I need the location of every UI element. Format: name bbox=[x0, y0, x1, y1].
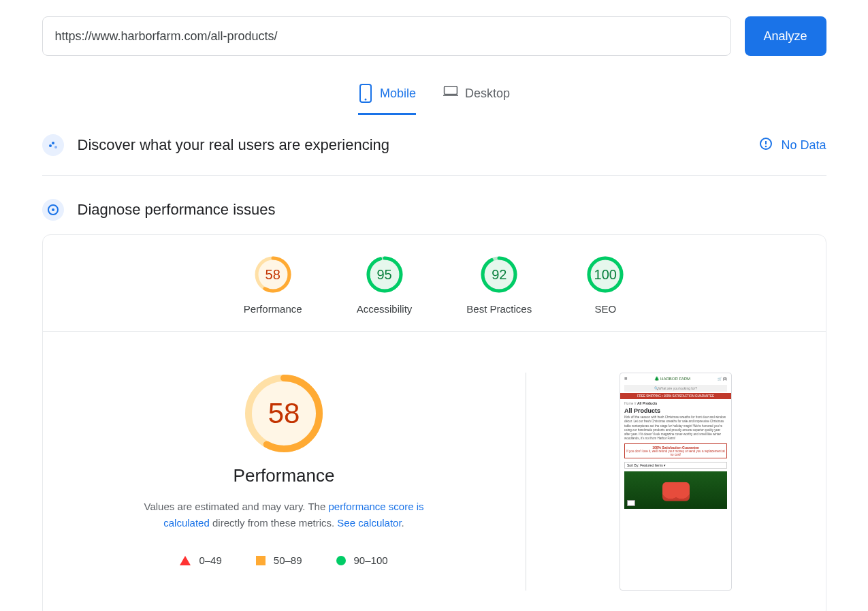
envelope-icon bbox=[627, 500, 635, 506]
mobile-icon bbox=[358, 83, 373, 104]
shop-logo: 🌲 HARBOR FARM bbox=[654, 376, 690, 381]
legend-fail: 0–49 bbox=[180, 554, 221, 566]
gauge-score: 100 bbox=[586, 255, 624, 294]
guarantee-box: 100% Satisfaction Guarantee If you don't… bbox=[624, 443, 727, 458]
url-entry-row: Analyze bbox=[42, 0, 826, 56]
page-heading: All Products bbox=[620, 407, 731, 416]
svg-rect-2 bbox=[445, 87, 457, 95]
gauge-label: Performance bbox=[244, 303, 302, 315]
url-input[interactable] bbox=[42, 16, 731, 56]
svg-point-4 bbox=[49, 144, 52, 147]
no-data-link[interactable]: No Data bbox=[759, 137, 826, 154]
gauge-ring: 95 bbox=[366, 255, 404, 294]
page-screenshot: ☰ 🌲 HARBOR FARM 🛒 (0) 🔍 What are you loo… bbox=[620, 373, 732, 591]
product-image bbox=[624, 471, 727, 509]
tab-mobile[interactable]: Mobile bbox=[358, 76, 416, 115]
gauge-ring: 100 bbox=[586, 255, 624, 294]
circle-icon bbox=[336, 556, 346, 565]
no-data-label: No Data bbox=[781, 138, 826, 153]
performance-detail: 58 Performance Values are estimated and … bbox=[43, 332, 826, 611]
calc-link-2[interactable]: See calculator bbox=[337, 517, 401, 529]
hamburger-icon: ☰ bbox=[624, 377, 627, 381]
svg-point-11 bbox=[52, 208, 54, 211]
gauge-label: SEO bbox=[594, 303, 616, 315]
score-legend: 0–49 50–89 90–100 bbox=[180, 554, 387, 566]
gauge-score: 58 bbox=[254, 255, 292, 294]
gauge-best-practices[interactable]: 92 Best Practices bbox=[466, 255, 532, 315]
legend-average: 50–89 bbox=[256, 554, 302, 566]
tab-mobile-label: Mobile bbox=[380, 87, 416, 101]
cart-icon: 🛒 (0) bbox=[718, 377, 727, 381]
svg-point-9 bbox=[765, 145, 767, 147]
discover-title: Discover what your real users are experi… bbox=[78, 136, 760, 154]
diagnose-icon bbox=[42, 199, 64, 221]
info-icon bbox=[759, 137, 773, 154]
gauge-ring: 92 bbox=[480, 255, 518, 294]
promo-banner: FREE SHIPPING • 100% SATISFACTION GUARAN… bbox=[620, 393, 731, 399]
shop-search: 🔍 What are you looking for? bbox=[624, 385, 727, 392]
users-icon bbox=[42, 134, 64, 156]
performance-description: Values are estimated and may vary. The p… bbox=[120, 499, 447, 531]
gauge-seo[interactable]: 100 SEO bbox=[586, 255, 624, 315]
tab-desktop[interactable]: Desktop bbox=[443, 76, 510, 115]
tab-desktop-label: Desktop bbox=[465, 87, 510, 101]
sort-dropdown: Sort By: Featured Items ▾ bbox=[624, 462, 727, 469]
triangle-icon bbox=[180, 556, 191, 565]
gauge-label: Best Practices bbox=[466, 303, 532, 315]
performance-summary: 58 Performance Values are estimated and … bbox=[70, 373, 526, 591]
device-tabs: Mobile Desktop bbox=[42, 76, 826, 115]
gauges-row: 58 Performance 95 Accessibility 92 Best … bbox=[43, 235, 826, 332]
analyze-button[interactable]: Analyze bbox=[745, 16, 826, 56]
diagnose-title: Diagnose performance issues bbox=[78, 201, 826, 219]
square-icon bbox=[256, 556, 266, 565]
big-gauge: 58 bbox=[243, 373, 325, 454]
screenshot-panel: ☰ 🌲 HARBOR FARM 🛒 (0) 🔍 What are you loo… bbox=[553, 373, 799, 591]
desktop-icon bbox=[443, 83, 458, 104]
gauge-score: 95 bbox=[366, 255, 404, 294]
gauge-score: 92 bbox=[480, 255, 518, 294]
legend-pass: 90–100 bbox=[336, 554, 388, 566]
page-paragraph: Kick off the season with fresh Christmas… bbox=[620, 416, 731, 441]
gauge-accessibility[interactable]: 95 Accessibility bbox=[357, 255, 413, 315]
report-card: 58 Performance 95 Accessibility 92 Best … bbox=[42, 234, 826, 611]
svg-point-5 bbox=[52, 142, 54, 144]
performance-title: Performance bbox=[234, 465, 335, 486]
discover-section: Discover what your real users are experi… bbox=[42, 115, 826, 176]
svg-point-1 bbox=[364, 99, 366, 101]
bow-icon bbox=[662, 482, 690, 501]
svg-point-6 bbox=[54, 146, 57, 148]
gauge-performance[interactable]: 58 Performance bbox=[244, 255, 302, 315]
diagnose-section: Diagnose performance issues bbox=[42, 199, 826, 221]
gauge-label: Accessibility bbox=[357, 303, 413, 315]
big-score: 58 bbox=[243, 373, 325, 454]
breadcrumb: Home // All Products bbox=[620, 399, 731, 407]
gauge-ring: 58 bbox=[254, 255, 292, 294]
